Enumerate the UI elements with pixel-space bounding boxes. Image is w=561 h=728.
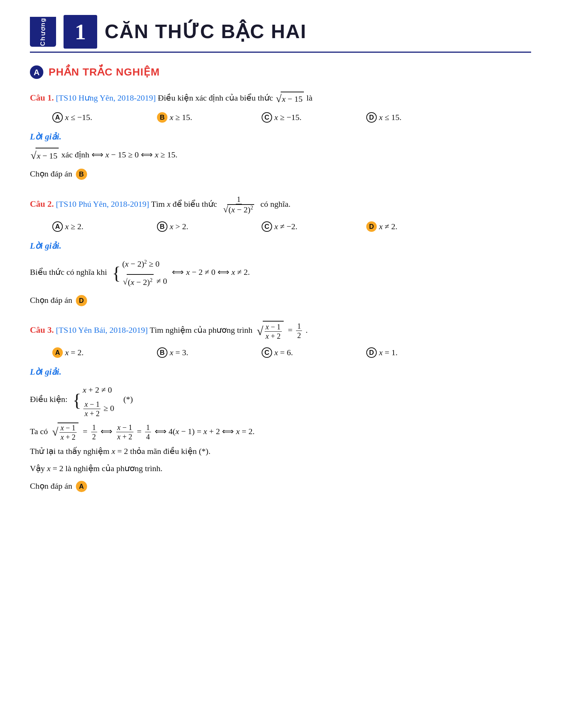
- q1-solution-header: Lời giải.: [30, 130, 531, 144]
- q1-solution-body: √ x − 15 xác định ⟺ x − 15 ≥ 0 ⟺ x ≥ 15.…: [30, 147, 531, 181]
- q2-solution-body: Biểu thức có nghĩa khi { (x − 2)2 ≥ 0 √ …: [30, 257, 531, 307]
- q3-sol-vay: Vậy x = 2 là nghiệm của phương trình.: [30, 461, 531, 476]
- q1-choice-c-letter: C: [262, 112, 272, 123]
- q3-sol-dieukien: Điều kiện: { x + 2 ≠ 0 x − 1 x + 2 ≥ 0 (…: [30, 383, 531, 418]
- q2-choice-a-letter: A: [52, 221, 63, 232]
- q1-sol-line1: √ x − 15 xác định ⟺ x − 15 ≥ 0 ⟺ x ≥ 15.: [30, 147, 531, 163]
- q1-choice-a-text: x ≤ −15.: [65, 111, 92, 124]
- q3-line: Câu 3. [TS10 Yên Bái, 2018-2019] Tìm ngh…: [30, 321, 531, 341]
- q3-number: Câu 3.: [30, 325, 54, 335]
- q1-choice-b-text: x ≥ 15.: [170, 111, 192, 124]
- q1-choice-c: C x ≥ −15.: [262, 111, 366, 124]
- q2-choices: A x ≥ 2. B x > 2. C x ≠ −2. D x ≠ 2.: [52, 220, 531, 233]
- q1-choice-c-text: x ≥ −15.: [274, 111, 302, 124]
- q1-text: Điều kiện xác định của biểu thức √ x − 1…: [158, 93, 312, 102]
- question-1: Câu 1. [TS10 Hưng Yên, 2018-2019] Điều k…: [30, 91, 531, 181]
- q2-choice-a-text: x ≥ 2.: [65, 220, 83, 233]
- q2-choice-a: A x ≥ 2.: [52, 220, 157, 233]
- q1-number: Câu 1.: [30, 93, 54, 102]
- q3-choice-a: A x = 2.: [52, 346, 157, 359]
- q3-choice-a-letter: A: [52, 347, 63, 358]
- q2-source: [TS10 Phú Yên, 2018-2019]: [56, 199, 149, 209]
- q2-solution-header: Lời giải.: [30, 239, 531, 253]
- q2-choice-d-text: x ≠ 2.: [379, 220, 397, 233]
- q3-choice-c: C x = 6.: [262, 346, 366, 359]
- q3-choice-b-letter: B: [157, 347, 167, 358]
- q2-choice-d-letter: D: [366, 221, 377, 232]
- q2-choice-b-text: x > 2.: [170, 220, 188, 233]
- q3-choice-a-text: x = 2.: [65, 346, 84, 359]
- q1-source: [TS10 Hưng Yên, 2018-2019]: [56, 93, 155, 102]
- q1-choice-b-letter: B: [157, 112, 167, 123]
- q2-line: Câu 2. [TS10 Phú Yên, 2018-2019] Tìm x đ…: [30, 195, 531, 215]
- q3-choice-c-letter: C: [262, 347, 272, 358]
- q3-choice-d: D x = 1.: [366, 346, 471, 359]
- section-badge: A: [30, 65, 43, 79]
- q2-text: Tìm x để biểu thức 1 √ (x − 2)2 có nghĩa…: [151, 199, 290, 209]
- q2-answer-circle: D: [76, 295, 87, 306]
- chapter-title: CĂN THỨC BẬC HAI: [105, 16, 307, 47]
- q2-choice-b: B x > 2.: [157, 220, 262, 233]
- chapter-label: Chương: [30, 17, 56, 47]
- question-2: Câu 2. [TS10 Phú Yên, 2018-2019] Tìm x đ…: [30, 195, 531, 308]
- q1-line: Câu 1. [TS10 Hưng Yên, 2018-2019] Điều k…: [30, 91, 531, 106]
- q3-solution-header: Lời giải.: [30, 365, 531, 379]
- q3-choice-b: B x = 3.: [157, 346, 262, 359]
- q2-chon: Chọn đáp án D: [30, 293, 531, 308]
- q1-choices: A x ≤ −15. B x ≥ 15. C x ≥ −15. D x ≤ 15…: [52, 111, 531, 124]
- q2-choice-c-text: x ≠ −2.: [274, 220, 298, 233]
- q3-choices: A x = 2. B x = 3. C x = 6. D x = 1.: [52, 346, 531, 359]
- q2-choice-c: C x ≠ −2.: [262, 220, 366, 233]
- q1-choice-a-letter: A: [52, 112, 63, 123]
- q3-answer-circle: A: [76, 481, 87, 492]
- q1-sqrt: √ x − 15: [276, 92, 304, 105]
- q3-sol-thulai: Thử lại ta thấy nghiệm x = 2 thỏa mãn đi…: [30, 444, 531, 459]
- q1-choice-b: B x ≥ 15.: [157, 111, 262, 124]
- q3-source: [TS10 Yên Bái, 2018-2019]: [56, 325, 148, 335]
- q1-chon: Chọn đáp án B: [30, 166, 531, 181]
- q1-choice-d: D x ≤ 15.: [366, 111, 471, 124]
- q2-sol-line1: Biểu thức có nghĩa khi { (x − 2)2 ≥ 0 √ …: [30, 257, 531, 289]
- q3-choice-b-text: x = 3.: [170, 346, 188, 359]
- q1-choice-d-letter: D: [366, 112, 377, 123]
- question-3: Câu 3. [TS10 Yên Bái, 2018-2019] Tìm ngh…: [30, 321, 531, 493]
- q2-number: Câu 2.: [30, 199, 54, 209]
- q3-text: Tìm nghiệm của phương trình √ x − 1 x + …: [150, 325, 308, 335]
- chapter-header: Chương 1 CĂN THỨC BẬC HAI: [30, 15, 531, 49]
- section-header: A PHẦN TRẮC NGHIỆM: [30, 64, 531, 81]
- q2-choice-d: D x ≠ 2.: [366, 220, 471, 233]
- chapter-number: 1: [64, 15, 97, 49]
- q3-choice-d-text: x = 1.: [379, 346, 398, 359]
- q2-choice-b-letter: B: [157, 221, 167, 232]
- header-divider: [30, 52, 531, 53]
- q3-solution-body: Điều kiện: { x + 2 ≠ 0 x − 1 x + 2 ≥ 0 (…: [30, 383, 531, 493]
- q3-sol-taco: Ta có √ x − 1 x + 2 = 1 2 ⟺: [30, 423, 531, 442]
- q3-choice-c-text: x = 6.: [274, 346, 293, 359]
- section-title: PHẦN TRẮC NGHIỆM: [49, 64, 160, 81]
- q3-chon: Chọn đáp án A: [30, 479, 531, 494]
- q1-choice-a: A x ≤ −15.: [52, 111, 157, 124]
- q1-choice-d-text: x ≤ 15.: [379, 111, 401, 124]
- q3-choice-d-letter: D: [366, 347, 377, 358]
- q2-choice-c-letter: C: [262, 221, 272, 232]
- q1-answer-circle: B: [76, 169, 87, 180]
